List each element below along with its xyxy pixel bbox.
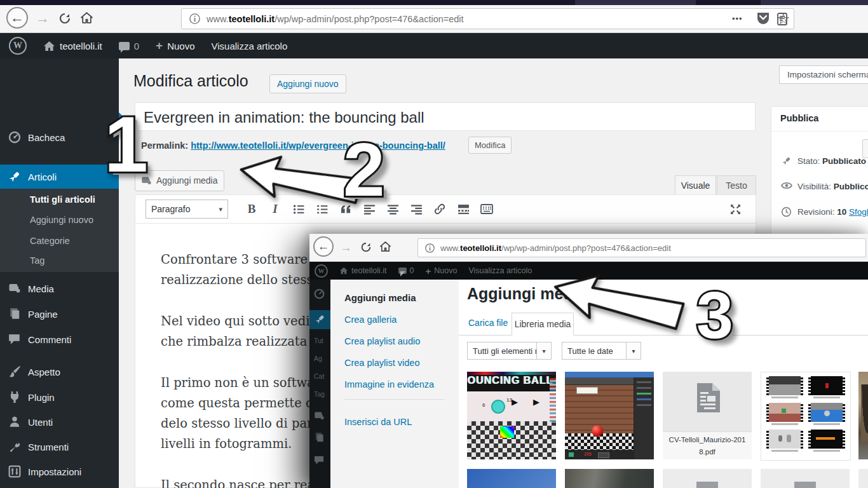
pdf-filename: CV-Telloli_Maurizio-2018.pdf — [668, 434, 747, 458]
editor-content[interactable]: Confrontare 3 software d realizzazione d… — [161, 250, 320, 488]
chevron-down-icon: ▾ — [536, 342, 551, 359]
content-line: Il primo non è un softwa — [161, 373, 320, 393]
bold-button[interactable]: B — [242, 201, 261, 217]
plus-icon: + — [426, 266, 431, 276]
forward-button[interactable]: → — [36, 11, 50, 25]
content-line: come questa permette di — [161, 393, 320, 414]
tab-visuale[interactable]: Visuale — [675, 175, 716, 195]
menu-item-immagine-in-evidenza[interactable]: Immagine in evidenza — [344, 379, 434, 390]
glitch-title-band: BOUNCING BALL — [467, 375, 556, 391]
menu-item-crea-playlist-video[interactable]: Crea playlist video — [344, 358, 419, 368]
media-type-filter[interactable]: Tutti gli elementi me ▾ — [467, 342, 552, 360]
document-icon — [696, 383, 720, 412]
visibility-row: Visibilità: Pubblico — [781, 181, 868, 192]
media-thumbnail-document[interactable] — [663, 469, 752, 488]
toolbar-toggle-button[interactable] — [477, 201, 496, 217]
site-info-icon[interactable] — [189, 13, 200, 24]
home-button[interactable] — [379, 241, 391, 253]
home-button[interactable] — [80, 11, 93, 25]
browser-tab[interactable] — [575, 0, 696, 5]
read-more-button[interactable] — [454, 201, 473, 217]
pages-icon — [314, 432, 325, 443]
annotation-number-1: 1 1 — [95, 99, 149, 185]
reload-button[interactable] — [58, 12, 71, 25]
sidebar-item-aspetto[interactable]: Aspetto — [0, 360, 119, 384]
media-thumbnail-video-contact-sheet[interactable] — [761, 372, 851, 461]
document-icon — [696, 482, 718, 488]
back-button[interactable]: ← — [313, 236, 334, 257]
status-row: Stato: Pubblicato — [781, 156, 866, 166]
edit-permalink-button[interactable]: Modifica — [468, 137, 512, 154]
screenshot-root: ← → www.teotelloli.it/wp/wp-admin/post.p… — [0, 0, 868, 488]
sidebar-item-strumenti[interactable]: Strumenti — [0, 435, 119, 459]
dots-icon: ••• — [732, 14, 743, 24]
pocket-button[interactable] — [756, 11, 771, 26]
menu-item-crea-playlist-audio[interactable]: Crea playlist audio — [344, 336, 420, 346]
add-new-button[interactable]: Aggiungi nuovo — [269, 74, 346, 93]
media-thumbnail-blurred[interactable] — [565, 469, 654, 488]
back-button[interactable]: ← — [6, 7, 28, 29]
forward-button[interactable]: → — [340, 241, 352, 255]
media-thumbnail-3d-software[interactable]: 205 — [565, 372, 654, 459]
tab-libreria-media[interactable]: Libreria media — [512, 313, 574, 336]
tab-carica-file[interactable]: Carica file — [468, 318, 508, 328]
home-icon — [43, 41, 55, 51]
bookmark-star-button[interactable]: ☆ — [776, 10, 790, 28]
date-filter[interactable]: Tutte le date ▾ — [562, 342, 641, 360]
tab-testo[interactable]: Testo — [717, 175, 756, 195]
document-icon — [794, 482, 816, 488]
sidebar-item-impostazioni[interactable]: Impostazioni — [0, 459, 119, 484]
editor-toolbar: Paragrafo ▾ B I — [135, 195, 756, 224]
media-thumbnail-archway[interactable] — [858, 372, 868, 459]
align-right-button[interactable] — [407, 201, 426, 217]
browser-tab[interactable] — [761, 0, 868, 5]
revisions-row: Revisioni: 10 Sfoglia — [781, 207, 868, 217]
italic-button[interactable]: I — [266, 201, 285, 217]
home-icon — [339, 267, 348, 274]
fullscreen-button[interactable] — [726, 201, 745, 217]
permalink-row: Permalink: http://www.teotelloli.it/wp/e… — [141, 140, 445, 151]
permalink-link[interactable]: http://www.teotelloli.it/wp/evergreen-in… — [191, 140, 445, 151]
admin-bar-view-post[interactable]: Visualizza articolo — [212, 41, 288, 51]
media-thumbnail-document[interactable] — [761, 469, 850, 488]
sidebar-item-tutti-gli-articoli[interactable]: Tutti gli articoli — [0, 189, 119, 210]
admin-bar-new[interactable]: +Nuovo — [156, 39, 194, 53]
reload-icon — [360, 241, 372, 253]
admin-bar-site: teotelloli.it — [339, 266, 387, 275]
sidebar-item-media[interactable]: Media — [0, 276, 119, 301]
dashboard-icon — [314, 288, 325, 299]
eye-icon — [781, 181, 792, 192]
browse-revisions-link[interactable]: Sfoglia — [849, 207, 868, 217]
menu-item-crea-galleria[interactable]: Crea galleria — [344, 315, 397, 325]
menu-item-inserisci-da-url[interactable]: Inserisci da URL — [344, 417, 412, 427]
wp-logo-menu[interactable]: W — [9, 37, 27, 55]
admin-bar-comments[interactable]: 0 — [119, 41, 139, 51]
post-title-input[interactable]: Evergreen in animation: the bouncing bal… — [135, 102, 756, 131]
sidebar-item-utenti[interactable]: Utenti — [0, 410, 119, 434]
page-actions-button[interactable]: ••• — [732, 14, 743, 24]
sidebar-item-aggiungi-nuovo[interactable]: Aggiungi nuovo — [0, 210, 119, 230]
sidebar-item-commenti[interactable]: Commenti — [0, 327, 119, 351]
admin-bar-site[interactable]: teotelloli.it — [43, 41, 102, 51]
sidebar-item-categorie[interactable]: Categorie — [0, 231, 119, 251]
url-bar[interactable]: www.teotelloli.it/wp/wp-admin/post.php?p… — [417, 238, 866, 257]
svg-text:3: 3 — [696, 278, 733, 350]
sidebar-item-tag[interactable]: Tag — [0, 250, 119, 271]
media-thumbnail-sky[interactable] — [467, 469, 556, 488]
menu-item-aggiungi-media[interactable]: Aggiungi media — [344, 292, 416, 303]
home-icon — [80, 11, 93, 25]
reload-button[interactable] — [360, 241, 372, 253]
media-thumbnail-bouncing-ball-glitch[interactable]: BOUNCING BALL 6 13 ▶ ▶ — [467, 372, 556, 459]
link-button[interactable] — [430, 201, 449, 217]
dashboard-icon — [8, 131, 21, 144]
screen-options-tab[interactable]: Impostazioni schermata — [779, 65, 868, 84]
browser-tab-strip[interactable] — [0, 0, 868, 5]
sidebar-item-pagine[interactable]: Pagine — [0, 302, 119, 326]
paragraph-select[interactable]: Paragrafo ▾ — [146, 200, 228, 219]
sidebar-item-plugin[interactable]: Plugin — [0, 385, 119, 409]
media-thumbnail-document[interactable] — [858, 469, 868, 488]
content-line: delo stesso livello di part — [161, 414, 320, 434]
media-thumbnail-pdf[interactable]: CV-Telloli_Maurizio-2018.pdf — [663, 372, 752, 459]
wp-admin-bar: W teotelloli.it 0 +Nuovo Visualizza arti… — [0, 33, 868, 58]
url-bar[interactable]: www.teotelloli.it/wp/wp-admin/post.php?p… — [181, 8, 794, 29]
